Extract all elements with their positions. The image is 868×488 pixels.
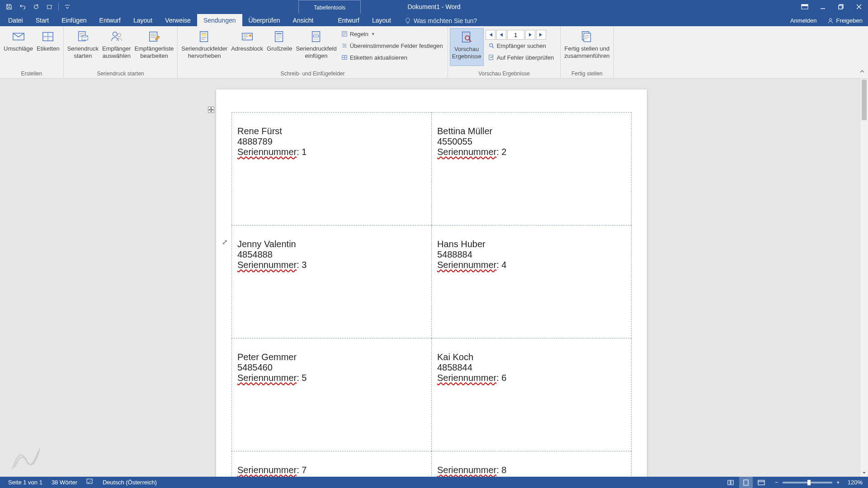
svg-rect-17 [249,34,251,37]
search-icon [488,42,495,49]
restore-button[interactable] [832,0,850,14]
ribbon: Umschläge Etiketten Erstellen Seriendruc… [0,26,868,79]
svg-rect-0 [47,5,52,9]
status-bar: Seite 1 von 1 38 Wörter Deutsch (Österre… [0,477,868,488]
rules-icon [341,31,348,37]
tab-mailings[interactable]: Sendungen [197,14,242,26]
tab-review[interactable]: Überprüfen [242,14,287,26]
start-mailmerge-button[interactable]: Seriendruck starten [66,28,100,66]
tab-references[interactable]: Verweise [159,14,197,26]
select-recipients-button[interactable]: Empfänger auswählen [100,28,133,66]
label-serial: Seriennummer: 7 [237,465,426,475]
tab-file[interactable]: Datei [2,14,29,26]
undo-icon[interactable] [16,1,29,13]
match-fields-button[interactable]: Übereinstimmende Felder festlegen [339,40,446,52]
status-page[interactable]: Seite 1 von 1 [4,479,47,486]
label-cell[interactable]: Rene Fürst 4888789 Seriennummer: 1 [232,113,432,225]
tab-design[interactable]: Entwurf [93,14,127,26]
table-row: ⤢ Jenny Valentin 4854888 Seriennummer: 3… [232,225,632,338]
scrollbar-thumb[interactable] [862,80,867,120]
label-number: 4888789 [237,136,426,147]
update-labels-button[interactable]: Etiketten aktualisieren [339,52,446,63]
label-cell[interactable]: Bettina Müller 4550055 Seriennummer: 2 [432,113,632,225]
insert-merge-field-button[interactable]: Seriendruckfeld einfügen [294,28,338,66]
qat-customize-icon[interactable] [61,1,74,13]
group-preview-results: Vorschau Ergebnisse Empfänger suchen Auf… [448,26,561,78]
prev-record-button[interactable] [496,30,506,40]
group-finish: Fertig stellen und zusammenführen Fertig… [561,26,613,78]
preview-results-button[interactable]: Vorschau Ergebnisse [450,28,484,66]
repeat-icon[interactable] [30,1,42,13]
qat-separator [58,3,59,11]
tab-start[interactable]: Start [29,14,56,26]
label-cell[interactable]: Hans Huber 5488884 Seriennummer: 4 [432,225,632,338]
share-icon [827,18,834,24]
highlight-merge-fields-button[interactable]: Seriendruckfelder hervorheben [179,28,229,66]
save-icon[interactable] [3,1,15,13]
next-record-button[interactable] [525,30,535,40]
zoom-slider[interactable] [783,482,832,483]
label-name: Kai Koch [437,352,626,362]
svg-point-12 [118,33,121,37]
collapse-ribbon-icon[interactable] [859,68,865,76]
tab-layout[interactable]: Layout [127,14,159,26]
finish-merge-button[interactable]: Fertig stellen und zusammenführen [562,28,611,66]
greeting-line-button[interactable]: Grußzeile [265,28,294,66]
label-cell[interactable]: Seriennummer: 8 [432,451,632,477]
svg-point-4 [830,18,832,20]
watermark-icon [8,442,44,475]
zoom-out-button[interactable]: − [774,479,780,486]
ribbon-tab-row: Datei Start Einfügen Entwurf Layout Verw… [0,14,868,26]
status-spellcheck-icon[interactable] [82,479,98,486]
rules-button[interactable]: Regeln▾ [339,28,446,40]
ribbon-display-options-icon[interactable] [797,0,813,14]
label-name: Bettina Müller [437,126,626,136]
find-recipient-button[interactable]: Empfänger suchen [486,40,557,52]
label-cell[interactable]: Kai Koch 4858844 Seriennummer: 6 [432,338,632,451]
label-cell[interactable]: ⤢ Jenny Valentin 4854888 Seriennummer: 3 [232,225,432,338]
close-button[interactable] [850,0,868,14]
read-mode-button[interactable] [724,477,737,488]
status-language[interactable]: Deutsch (Österreich) [98,479,161,486]
tab-table-design[interactable]: Entwurf [331,14,365,26]
web-layout-button[interactable] [755,477,768,488]
tab-insert[interactable]: Einfügen [55,14,93,26]
share-button[interactable]: Freigeben [822,14,868,26]
zoom-level[interactable]: 120% [844,479,864,486]
table-row: Seriennummer: 7 Seriennummer: 8 [232,451,632,477]
label-cell[interactable]: Seriennummer: 7 [232,451,432,477]
label-serial: Seriennummer: 4 [437,260,626,270]
page[interactable]: Rene Fürst 4888789 Seriennummer: 1 Betti… [216,89,647,477]
minimize-button[interactable] [814,0,832,14]
record-number-input[interactable] [507,30,524,40]
check-errors-icon [488,54,495,61]
last-record-button[interactable] [536,30,546,40]
table-row: Peter Gemmer 5485460 Seriennummer: 5 Kai… [232,338,632,451]
group-preview-label: Vorschau Ergebnisse [448,69,561,78]
tab-view[interactable]: Ansicht [287,14,320,26]
print-layout-button[interactable] [739,477,753,488]
label-number: 4854888 [237,249,426,260]
scroll-down-icon[interactable] [860,469,868,477]
envelopes-button[interactable]: Umschläge [2,28,35,66]
table-move-handle-icon[interactable] [208,107,214,113]
vertical-scrollbar[interactable] [860,79,868,477]
zoom-slider-knob[interactable] [807,480,811,485]
label-cell[interactable]: Peter Gemmer 5485460 Seriennummer: 5 [232,338,432,451]
address-block-button[interactable]: Adressblock [229,28,265,66]
tabletools-label: Tabellentools [299,5,360,11]
record-navigator [486,30,557,40]
first-record-button[interactable] [486,30,495,40]
label-table[interactable]: Rene Fürst 4888789 Seriennummer: 1 Betti… [231,112,632,477]
zoom-in-button[interactable]: + [835,479,841,486]
check-errors-button[interactable]: Auf Fehler überprüfen [486,52,557,63]
edit-recipient-list-button[interactable]: Empfängerliste bearbeiten [133,28,176,66]
touch-mode-icon[interactable] [43,1,56,13]
svg-rect-31 [87,479,92,483]
labels-button[interactable]: Etiketten [35,28,61,66]
tab-table-layout[interactable]: Layout [366,14,397,26]
svg-point-26 [465,36,469,40]
status-words[interactable]: 38 Wörter [47,479,82,486]
tell-me-search[interactable]: Was möchten Sie tun? [397,17,477,26]
signin-button[interactable]: Anmelden [785,14,822,26]
